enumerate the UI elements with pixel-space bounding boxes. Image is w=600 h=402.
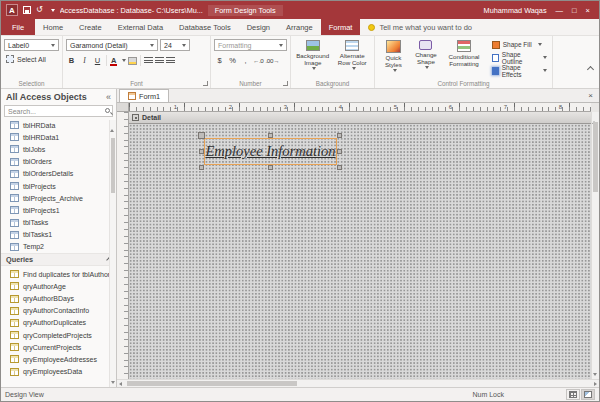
close-button[interactable]: × bbox=[586, 6, 590, 15]
currency-format-button[interactable]: $ bbox=[214, 55, 225, 67]
sidebar-item-query[interactable]: qryEmployeeAddresses bbox=[1, 353, 116, 365]
sidebar-item-query[interactable]: qryAuthorContactInfo bbox=[1, 305, 116, 317]
font-color-button[interactable]: A bbox=[110, 56, 117, 65]
label-control[interactable]: Employee Information bbox=[204, 138, 337, 165]
navigation-pane-header[interactable]: All Access Objects « bbox=[1, 89, 116, 105]
sidebar-item-table[interactable]: tblTasks bbox=[1, 217, 116, 229]
shape-fill-button[interactable]: Shape Fill bbox=[490, 39, 549, 50]
shutter-bar-icon[interactable]: « bbox=[106, 92, 111, 102]
sidebar-item-query[interactable]: qryCurrentProjects bbox=[1, 341, 116, 353]
shape-effects-button[interactable]: Shape Effects bbox=[490, 65, 549, 76]
tab-arrange[interactable]: Arrange bbox=[278, 19, 321, 35]
detail-section-bar[interactable]: Detail bbox=[129, 112, 591, 124]
signed-in-user[interactable]: Muhammad Waqas bbox=[484, 6, 547, 15]
align-left-icon[interactable] bbox=[144, 57, 153, 65]
comma-format-button[interactable]: , bbox=[240, 55, 251, 67]
underline-button[interactable]: U bbox=[92, 55, 103, 67]
change-shape-button[interactable]: Change Shape bbox=[411, 39, 442, 77]
align-right-icon[interactable] bbox=[166, 57, 175, 65]
italic-button[interactable]: I bbox=[79, 55, 90, 67]
design-view-button[interactable] bbox=[581, 389, 595, 400]
increase-decimals-icon[interactable]: ←.0 bbox=[253, 57, 263, 64]
scroll-down-icon[interactable] bbox=[593, 373, 597, 376]
sidebar-item-table[interactable]: tblProjects bbox=[1, 180, 116, 192]
undo-icon[interactable]: ↺ bbox=[36, 6, 43, 14]
conditional-formatting-button[interactable]: Conditional Formatting bbox=[443, 39, 484, 77]
resize-handle-right[interactable] bbox=[337, 149, 342, 154]
sidebar-item-query[interactable]: qryCompletedProjects bbox=[1, 329, 116, 341]
resize-handle-top[interactable] bbox=[268, 133, 273, 138]
font-size-combobox[interactable]: 24 bbox=[160, 39, 190, 51]
status-bar: Design View Num Lock bbox=[1, 387, 599, 401]
resize-handle-top-right[interactable] bbox=[337, 133, 342, 138]
decrease-decimals-icon[interactable]: .00→ bbox=[265, 57, 279, 64]
scroll-up-icon[interactable] bbox=[110, 120, 114, 132]
sidebar-item-table[interactable]: tblProjects_Archive bbox=[1, 192, 116, 204]
tab-home[interactable]: Home bbox=[35, 19, 71, 35]
resize-handle-bottom-right[interactable] bbox=[337, 165, 342, 170]
tab-file[interactable]: File bbox=[1, 19, 35, 35]
save-icon[interactable] bbox=[23, 6, 31, 14]
sidebar-scroll-thumb[interactable] bbox=[111, 138, 115, 193]
font-color-caret-icon[interactable] bbox=[122, 59, 126, 62]
alternate-row-color-button[interactable]: Alternate Row Color bbox=[334, 39, 372, 77]
access-app-icon[interactable]: A bbox=[6, 4, 18, 16]
align-center-icon[interactable] bbox=[155, 57, 164, 65]
collapse-ribbon-icon[interactable] bbox=[587, 66, 594, 73]
vertical-scroll-thumb[interactable] bbox=[593, 122, 598, 192]
background-color-icon[interactable] bbox=[128, 57, 137, 65]
resize-handle-bottom[interactable] bbox=[268, 165, 273, 170]
horizontal-scrollbar[interactable] bbox=[117, 379, 599, 387]
tell-me-box[interactable]: Tell me what you want to do bbox=[360, 19, 480, 35]
sidebar-item-table[interactable]: Temp2 bbox=[1, 241, 116, 253]
scroll-down-icon[interactable] bbox=[111, 381, 115, 384]
qat-caret-icon[interactable] bbox=[51, 9, 55, 12]
tab-create[interactable]: Create bbox=[71, 19, 110, 35]
sidebar-scrollbar[interactable] bbox=[109, 120, 116, 387]
font-name-combobox[interactable]: Garamond (Detail) bbox=[66, 39, 158, 51]
background-image-button[interactable]: Background Image bbox=[294, 39, 332, 77]
maximize-button[interactable]: □ bbox=[572, 6, 577, 15]
document-tab-form1[interactable]: Form1 bbox=[119, 89, 169, 102]
sidebar-item-query[interactable]: qryAuthorBDays bbox=[1, 292, 116, 304]
sidebar-item-table[interactable]: tblHRData bbox=[1, 119, 116, 131]
shape-outline-button[interactable]: Shape Outline bbox=[490, 52, 549, 63]
select-all-button[interactable]: Select All bbox=[4, 55, 59, 63]
sidebar-item-table[interactable]: tblProjects1 bbox=[1, 204, 116, 216]
quick-styles-button[interactable]: Quick Styles bbox=[378, 39, 409, 77]
tab-external-data[interactable]: External Data bbox=[110, 19, 171, 35]
scroll-left-icon[interactable] bbox=[119, 382, 122, 386]
form-design-grid[interactable]: Employee Information bbox=[129, 124, 591, 379]
minimize-button[interactable]: — bbox=[556, 6, 564, 15]
sidebar-item-table[interactable]: tblTasks1 bbox=[1, 229, 116, 241]
bold-button[interactable]: B bbox=[66, 55, 77, 67]
sidebar-item-table[interactable]: tblOrders bbox=[1, 156, 116, 168]
close-document-icon[interactable]: × bbox=[585, 89, 596, 102]
number-format-combobox[interactable]: Formatting bbox=[214, 39, 287, 51]
queries-header-label: Queries bbox=[6, 255, 33, 264]
scroll-right-icon[interactable] bbox=[594, 382, 597, 386]
ruler-origin-box[interactable] bbox=[117, 103, 129, 112]
table-icon bbox=[10, 219, 19, 227]
search-input[interactable] bbox=[4, 105, 113, 117]
horizontal-scroll-thumb[interactable] bbox=[127, 381, 297, 386]
sidebar-item-query[interactable]: qryEmployeesData bbox=[1, 366, 116, 378]
sidebar-item-query[interactable]: qryAuthorAge bbox=[1, 280, 116, 292]
sidebar-item-table[interactable]: tblJobs bbox=[1, 143, 116, 155]
section-selector-icon[interactable] bbox=[132, 114, 139, 121]
move-handle[interactable] bbox=[198, 132, 205, 139]
resize-handle-left[interactable] bbox=[199, 149, 204, 154]
sidebar-item-query[interactable]: qryAuthorDuplicates bbox=[1, 317, 116, 329]
selected-object-combobox[interactable]: Label0 bbox=[4, 39, 59, 51]
sidebar-item-query[interactable]: Find duplicates for tblAuthors bbox=[1, 268, 116, 280]
tab-format[interactable]: Format bbox=[321, 19, 361, 35]
tab-database-tools[interactable]: Database Tools bbox=[171, 19, 239, 35]
sidebar-section-queries[interactable]: Queries bbox=[1, 253, 116, 266]
sidebar-item-table[interactable]: tblOrdersDetails bbox=[1, 168, 116, 180]
form-view-button[interactable] bbox=[566, 389, 580, 400]
sidebar-item-table[interactable]: tblHRData1 bbox=[1, 131, 116, 143]
resize-handle-bottom-left[interactable] bbox=[199, 165, 204, 170]
vertical-scrollbar[interactable] bbox=[591, 112, 599, 379]
tab-design[interactable]: Design bbox=[239, 19, 278, 35]
percent-format-button[interactable]: % bbox=[227, 55, 238, 67]
